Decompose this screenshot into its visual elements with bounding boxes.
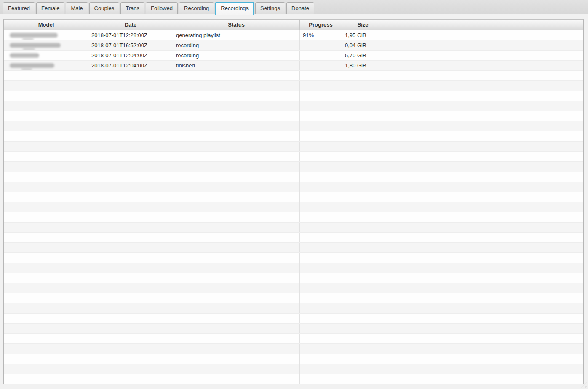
empty-cell bbox=[342, 263, 384, 273]
empty-cell bbox=[173, 101, 300, 111]
empty-table-row bbox=[4, 324, 583, 334]
tab-male[interactable]: Male bbox=[66, 2, 88, 14]
empty-cell bbox=[88, 71, 173, 80]
empty-cell bbox=[384, 172, 583, 182]
empty-cell bbox=[384, 101, 583, 111]
empty-cell bbox=[300, 263, 342, 273]
empty-cell bbox=[4, 202, 88, 212]
empty-cell bbox=[300, 111, 342, 121]
empty-cell bbox=[342, 273, 384, 283]
empty-cell bbox=[300, 354, 342, 364]
column-header-size[interactable]: Size bbox=[342, 20, 384, 30]
tab-recording[interactable]: Recording bbox=[179, 2, 214, 14]
empty-table-row bbox=[4, 223, 583, 233]
cell-filler bbox=[384, 61, 583, 70]
empty-cell bbox=[173, 233, 300, 242]
column-header-date[interactable]: Date bbox=[88, 20, 173, 30]
empty-cell bbox=[384, 182, 583, 192]
empty-cell bbox=[384, 233, 583, 242]
tab-featured[interactable]: Featured bbox=[3, 2, 35, 14]
cell-filler bbox=[384, 30, 583, 40]
empty-cell bbox=[342, 344, 384, 354]
empty-cell bbox=[88, 364, 173, 374]
column-header-model[interactable]: Model bbox=[4, 20, 88, 30]
empty-cell bbox=[173, 253, 300, 263]
empty-cell bbox=[4, 152, 88, 161]
cell-status: recording bbox=[173, 51, 300, 60]
empty-cell bbox=[88, 263, 173, 273]
empty-cell bbox=[300, 283, 342, 293]
empty-cell bbox=[384, 131, 583, 141]
empty-cell bbox=[342, 314, 384, 323]
table-row[interactable]: 2018-07-01T12:04:00Zrecording5,70 GiB bbox=[4, 51, 583, 61]
tab-followed[interactable]: Followed bbox=[146, 2, 178, 14]
empty-cell bbox=[384, 243, 583, 252]
empty-cell bbox=[384, 223, 583, 232]
cell-date: 2018-07-01T12:04:00Z bbox=[88, 61, 173, 70]
empty-cell bbox=[300, 374, 342, 384]
empty-cell bbox=[88, 142, 173, 151]
column-header-status[interactable]: Status bbox=[173, 20, 300, 30]
empty-cell bbox=[384, 324, 583, 333]
empty-cell bbox=[4, 263, 88, 273]
tab-female[interactable]: Female bbox=[36, 2, 64, 14]
empty-cell bbox=[300, 253, 342, 263]
empty-cell bbox=[88, 233, 173, 242]
cell-progress bbox=[300, 40, 342, 50]
empty-cell bbox=[300, 81, 342, 91]
empty-cell bbox=[384, 91, 583, 101]
table-row[interactable]: 2018-07-01T12:28:00Zgenerating playlist9… bbox=[4, 30, 583, 40]
empty-table-row bbox=[4, 212, 583, 223]
empty-cell bbox=[173, 364, 300, 374]
empty-cell bbox=[342, 121, 384, 131]
empty-cell bbox=[300, 303, 342, 313]
empty-cell bbox=[4, 364, 88, 374]
empty-table-row bbox=[4, 71, 583, 81]
cell-size: 1,80 GiB bbox=[342, 61, 384, 70]
empty-cell bbox=[88, 131, 173, 141]
cell-model bbox=[4, 51, 88, 60]
empty-cell bbox=[173, 374, 300, 384]
empty-cell bbox=[342, 223, 384, 232]
empty-cell bbox=[342, 374, 384, 384]
column-header-progress[interactable]: Progress bbox=[300, 20, 342, 30]
empty-cell bbox=[300, 121, 342, 131]
tab-recordings[interactable]: Recordings bbox=[215, 2, 254, 15]
table-row[interactable]: 2018-07-01T12:04:00Zfinished1,80 GiB bbox=[4, 61, 583, 71]
empty-table-row bbox=[4, 91, 583, 101]
empty-cell bbox=[342, 162, 384, 172]
empty-cell bbox=[342, 243, 384, 252]
empty-cell bbox=[88, 172, 173, 182]
tab-settings[interactable]: Settings bbox=[255, 2, 285, 14]
empty-cell bbox=[4, 71, 88, 80]
tab-trans[interactable]: Trans bbox=[120, 2, 144, 14]
tab-couples[interactable]: Couples bbox=[89, 2, 120, 14]
empty-cell bbox=[4, 131, 88, 141]
empty-cell bbox=[173, 293, 300, 303]
empty-cell bbox=[342, 293, 384, 303]
empty-cell bbox=[300, 152, 342, 161]
empty-cell bbox=[173, 71, 300, 80]
empty-table-row bbox=[4, 263, 583, 273]
empty-table-row bbox=[4, 364, 583, 374]
empty-cell bbox=[300, 71, 342, 80]
empty-cell bbox=[4, 293, 88, 303]
empty-cell bbox=[173, 91, 300, 101]
empty-cell bbox=[384, 354, 583, 364]
empty-cell bbox=[173, 314, 300, 323]
empty-cell bbox=[342, 202, 384, 212]
empty-table-row bbox=[4, 182, 583, 192]
cell-size: 0,04 GiB bbox=[342, 40, 384, 50]
empty-cell bbox=[384, 121, 583, 131]
empty-cell bbox=[4, 121, 88, 131]
table-row[interactable]: 2018-07-01T16:52:00Zrecording0,04 GiB bbox=[4, 40, 583, 51]
empty-cell bbox=[173, 131, 300, 141]
empty-cell bbox=[88, 91, 173, 101]
empty-table-row bbox=[4, 253, 583, 263]
empty-cell bbox=[88, 334, 173, 343]
empty-cell bbox=[88, 152, 173, 161]
empty-table-row bbox=[4, 243, 583, 253]
empty-cell bbox=[384, 202, 583, 212]
tab-donate[interactable]: Donate bbox=[286, 2, 314, 14]
empty-cell bbox=[88, 212, 173, 222]
